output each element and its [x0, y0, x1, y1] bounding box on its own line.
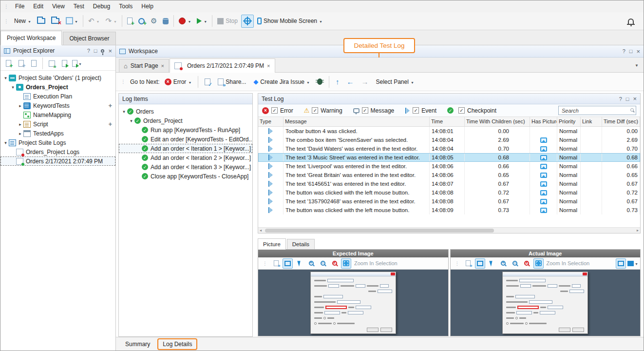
close-icon[interactable]	[633, 95, 637, 102]
log-row[interactable]: The text '1357902468' was entered in the…	[258, 197, 640, 206]
search-input[interactable]	[558, 106, 636, 115]
column-header-type[interactable]: Type	[258, 117, 284, 126]
close-file-button[interactable]	[49, 15, 62, 28]
export-image-button[interactable]	[271, 258, 281, 269]
pan-mode-button[interactable]	[475, 258, 485, 269]
has-picture-icon[interactable]	[540, 190, 547, 195]
open-button[interactable]	[35, 15, 48, 28]
tree-item-orders-project[interactable]: ▾Orders_Project	[0, 82, 115, 92]
tab-close-icon[interactable]	[267, 62, 270, 69]
menu-item-edit[interactable]: Edit	[29, 1, 48, 12]
float-panel-icon[interactable]	[94, 48, 97, 54]
log-item-orders-project[interactable]: ▾Orders_Project	[119, 116, 252, 125]
log-row[interactable]: The text 'Liverpool' was entered in the …	[258, 162, 640, 171]
has-picture-icon[interactable]	[540, 155, 547, 160]
zoom-in-button[interactable]	[498, 258, 509, 269]
has-picture-icon[interactable]	[540, 164, 547, 169]
add-new-project-item-button[interactable]	[3, 58, 14, 69]
tab-project-workspace[interactable]: Project Workspace	[0, 31, 62, 45]
pan-mode-button[interactable]	[283, 258, 293, 269]
filter-warning-checkbox[interactable]	[312, 107, 318, 114]
tab-log-details[interactable]: Log Details	[157, 338, 197, 350]
go-to-next-error-button[interactable]: Error	[162, 75, 194, 88]
pin-icon[interactable]	[101, 49, 104, 53]
zoom-selection-button[interactable]	[341, 258, 351, 269]
expander-icon[interactable]: ▸	[17, 103, 23, 108]
close-icon[interactable]	[636, 48, 640, 55]
column-header-link[interactable]: Link	[581, 117, 602, 126]
help-icon[interactable]	[619, 96, 622, 102]
filter-event-checkbox[interactable]	[413, 107, 419, 114]
export-image-button[interactable]	[463, 258, 474, 269]
tab-close-icon[interactable]	[161, 62, 164, 69]
tree-item-script[interactable]: ▸Script+	[0, 119, 115, 129]
add-existing-item-button[interactable]	[16, 58, 26, 69]
run-test-button[interactable]	[194, 15, 209, 28]
log-row[interactable]: The combo box item 'ScreenSaver' was sel…	[258, 136, 640, 144]
add-icon[interactable]: +	[108, 102, 112, 109]
zoom-out-button[interactable]	[318, 258, 328, 269]
compare-images-button[interactable]	[616, 258, 626, 269]
has-picture-icon[interactable]	[540, 137, 547, 143]
select-mode-button[interactable]	[294, 258, 304, 269]
column-header-has-picture[interactable]: Has Picture	[530, 117, 557, 126]
doc-tab-start-page[interactable]: Start Page	[119, 59, 169, 72]
log-row[interactable]: Toolbar button 4 was clicked.14:08:010.0…	[258, 127, 640, 136]
log-item-add-an-order-iteration-2-keywor[interactable]: Add an order < Iteration 2 > [Keywor...]	[119, 153, 252, 162]
zoom-out-button[interactable]	[510, 258, 520, 269]
log-row[interactable]: The text 'David Waters' was entered in t…	[258, 144, 640, 153]
go-back-button[interactable]: ←	[344, 75, 356, 88]
expander-icon[interactable]: ▾	[10, 85, 16, 90]
menu-item-help[interactable]: Help	[137, 1, 158, 12]
log-row[interactable]: The button was clicked with the left mou…	[258, 206, 640, 214]
close-icon[interactable]	[108, 47, 112, 55]
float-panel-icon[interactable]	[629, 48, 633, 54]
show-mobile-screen-button[interactable]: Show Mobile Screen	[255, 15, 325, 28]
log-item-run-app-keywordtests-runapp[interactable]: Run app [KeywordTests - RunApp]	[119, 125, 252, 135]
update-items-button[interactable]	[46, 58, 57, 69]
expander-icon[interactable]: ▾	[2, 76, 9, 80]
expander-icon[interactable]: ▾	[121, 109, 127, 114]
zoom-reset-button[interactable]	[329, 258, 340, 269]
go-forward-button[interactable]: →	[359, 75, 371, 88]
options-button[interactable]	[148, 15, 159, 28]
expander-icon[interactable]: ▸	[17, 131, 23, 136]
export-log-button[interactable]	[202, 75, 213, 88]
run-project-button[interactable]	[59, 58, 70, 69]
column-header-time-diff-sec[interactable]: Time Diff (sec)	[602, 117, 640, 126]
tree-item-keywordtests[interactable]: ▸KeywordTests+	[0, 101, 115, 110]
horizontal-scrollbar[interactable]: ◂ ▸	[258, 227, 640, 233]
menu-item-tools[interactable]: Tools	[114, 1, 137, 12]
tab-picture[interactable]: Picture	[258, 238, 286, 250]
filter-warning[interactable]: Warning	[304, 107, 342, 114]
expected-image-view[interactable]	[258, 270, 448, 336]
scroll-right-arrow[interactable]: ▸	[637, 228, 639, 233]
menu-item-debug[interactable]: Debug	[89, 1, 114, 12]
save-all-button[interactable]	[63, 15, 80, 28]
has-picture-icon[interactable]	[540, 199, 547, 204]
filter-checkpoint-checkbox[interactable]	[458, 107, 465, 114]
zoom-in-button[interactable]	[306, 258, 316, 269]
tab-object-browser[interactable]: Object Browser	[63, 32, 115, 45]
run-project-suite-button[interactable]	[72, 58, 82, 69]
log-item-orders[interactable]: ▾Orders	[119, 107, 252, 116]
expander-icon[interactable]: ▾	[2, 140, 9, 145]
add-icon[interactable]: +	[108, 120, 112, 128]
column-header-time-with-children-sec[interactable]: Time With Children (sec)	[465, 117, 530, 126]
tree-item-execution-plan[interactable]: Execution Plan	[0, 92, 115, 101]
select-mode-button[interactable]	[487, 258, 497, 269]
menu-item-file[interactable]: File	[11, 1, 29, 12]
log-item-add-an-order-iteration-3-keywor[interactable]: Add an order < Iteration 3 > [Keywor...]	[119, 162, 252, 172]
select-panel-button[interactable]: Select Panel	[373, 75, 416, 88]
data-storage-button[interactable]	[160, 15, 171, 28]
record-test-button[interactable]	[176, 15, 193, 28]
tree-item-testedapps[interactable]: ▸TestedApps	[0, 129, 115, 138]
doc-tab-orders-2-17-2021-2-07-49-pm[interactable]: Orders 2/17/2021 2:07:49 PM	[170, 58, 275, 73]
zoom-selection-button[interactable]	[533, 258, 544, 269]
notifications-button[interactable]	[626, 17, 636, 26]
column-header-time[interactable]: Time	[430, 117, 465, 126]
actual-image-view[interactable]	[451, 270, 641, 336]
go-up-button[interactable]: ↑	[333, 75, 342, 88]
tab-details[interactable]: Details	[287, 239, 315, 249]
new-button[interactable]: New	[12, 15, 34, 28]
